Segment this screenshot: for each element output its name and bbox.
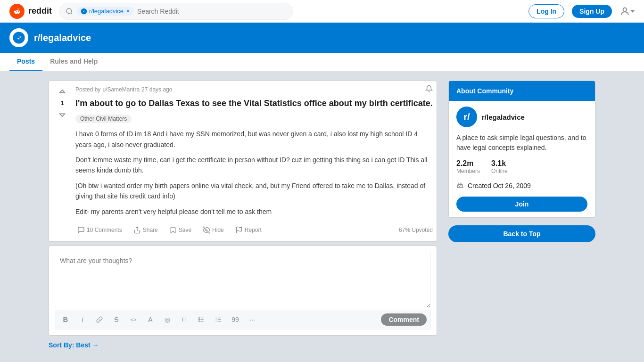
svg-point-14 — [198, 321, 199, 322]
hide-action[interactable]: Hide — [201, 224, 226, 236]
report-action[interactable]: Report — [233, 224, 264, 236]
post-title: I'm about to go to Dallas Texas to see t… — [75, 98, 433, 109]
post-paragraph-3: (Oh btw i wanted order my birth papers o… — [75, 181, 433, 202]
subreddit-banner-icon — [9, 28, 28, 47]
community-name: r/legaladvice — [482, 113, 525, 121]
svg-point-12 — [198, 318, 199, 319]
hide-label: Hide — [212, 227, 224, 233]
online-count: 3.1k — [491, 159, 508, 168]
toolbar-list-ul[interactable] — [195, 313, 208, 326]
cake-icon — [456, 181, 464, 190]
header: reddit r/legaladvice × Log In Sign Up — [0, 0, 644, 23]
upvote-icon — [58, 89, 66, 96]
post-meta: Posted by u/SameMantra 27 days ago — [75, 85, 433, 94]
community-info: r/ r/legaladvice — [456, 107, 587, 127]
community-description: A place to ask simple legal questions, a… — [456, 133, 587, 153]
join-button[interactable]: Join — [456, 197, 587, 212]
upvote-button[interactable] — [57, 87, 68, 98]
online-label: Online — [491, 168, 508, 174]
share-action[interactable]: Share — [132, 224, 160, 236]
post-paragraph-4: Edit- my parents aren't very helpful ple… — [75, 206, 433, 217]
subreddit-banner-name: r/legaladvice — [34, 33, 91, 43]
comment-toolbar: B i S <> A ◎ TT — [55, 310, 431, 329]
login-button[interactable]: Log In — [528, 4, 564, 18]
vote-column: 1 — [53, 85, 72, 238]
tab-posts[interactable]: Posts — [9, 53, 42, 71]
svg-point-5 — [13, 32, 25, 43]
report-label: Report — [245, 227, 262, 233]
members-count: 2.2m — [456, 159, 480, 168]
comments-icon — [77, 226, 85, 234]
created-row: Created Oct 26, 2009 — [456, 181, 587, 190]
bell-svg — [425, 85, 433, 92]
vote-count: 1 — [61, 100, 64, 107]
svg-line-2 — [71, 13, 72, 14]
reddit-logo[interactable]: reddit — [9, 4, 52, 19]
posted-by-label: Posted by — [75, 86, 100, 93]
save-label: Save — [179, 227, 191, 233]
notification-bell-icon[interactable] — [425, 85, 433, 94]
toolbar-blockquote[interactable]: 99 — [229, 313, 242, 326]
toolbar-spoiler[interactable]: ◎ — [161, 313, 174, 326]
toolbar-heading[interactable]: TT — [178, 313, 191, 326]
comment-textarea[interactable] — [55, 252, 431, 308]
members-stat: 2.2m Members — [456, 159, 480, 174]
share-label: Share — [143, 227, 158, 233]
sort-by[interactable]: Sort By: Best → — [49, 341, 437, 349]
back-to-top-button[interactable]: Back to Top — [448, 225, 595, 242]
community-card-header: About Community — [449, 81, 595, 101]
sidebar: About Community r/ r/legaladvice A place… — [448, 81, 595, 349]
sort-arrow: → — [92, 341, 99, 349]
submit-comment-button[interactable]: Comment — [381, 313, 427, 326]
downvote-icon — [58, 110, 66, 118]
downvote-button[interactable] — [57, 108, 68, 120]
search-input[interactable] — [137, 8, 287, 15]
created-text: Created Oct 26, 2009 — [468, 182, 531, 189]
toolbar-more[interactable]: ··· — [246, 313, 259, 326]
user-menu[interactable] — [619, 4, 635, 19]
post-area: 1 Posted by u/SameMantra 27 days ago — [49, 81, 437, 349]
search-bar[interactable]: r/legaladvice × — [59, 3, 293, 20]
stats-row: 2.2m Members 3.1k Online — [456, 159, 587, 174]
save-icon — [169, 226, 177, 234]
main-content: 1 Posted by u/SameMantra 27 days ago — [39, 71, 605, 358]
hide-icon — [203, 226, 210, 234]
search-tag: r/legaladvice × — [77, 7, 133, 16]
community-card: About Community r/ r/legaladvice A place… — [448, 81, 595, 218]
toolbar-italic[interactable]: i — [76, 313, 89, 326]
comments-action[interactable]: 10 Comments — [75, 224, 124, 236]
toolbar-superscript[interactable]: A — [144, 313, 157, 326]
cake-svg — [456, 181, 464, 189]
search-tag-close[interactable]: × — [126, 8, 130, 15]
post-time: 27 days ago — [141, 86, 172, 93]
post-author[interactable]: u/SameMantra — [102, 86, 140, 93]
comments-count: 10 Comments — [87, 227, 122, 233]
post-card: 1 Posted by u/SameMantra 27 days ago — [49, 81, 437, 242]
chevron-down-icon — [630, 9, 635, 14]
post-content: Posted by u/SameMantra 27 days ago I'm a… — [75, 85, 433, 238]
svg-point-3 — [81, 8, 87, 14]
post-paragraph-2: Don't lemme waste my time, can i get the… — [75, 155, 433, 176]
toolbar-strikethrough[interactable]: S — [110, 313, 123, 326]
post-flair[interactable]: Other Civil Matters — [75, 115, 132, 123]
subreddit-tag-icon — [81, 8, 87, 15]
signup-button[interactable]: Sign Up — [572, 5, 612, 18]
online-stat: 3.1k Online — [491, 159, 508, 174]
logo-text: reddit — [28, 6, 52, 16]
community-avatar: r/ — [456, 107, 477, 127]
sort-label: Sort By: Best — [49, 341, 91, 349]
subreddit-icon-svg — [12, 31, 25, 44]
tab-rules-and-help[interactable]: Rules and Help — [42, 53, 105, 71]
members-label: Members — [456, 168, 480, 174]
toolbar-list-ol[interactable]: 1 2 3 — [212, 313, 225, 326]
search-icon — [66, 8, 73, 15]
toolbar-link[interactable] — [93, 313, 106, 326]
save-action[interactable]: Save — [167, 224, 193, 236]
link-icon — [96, 316, 103, 323]
upvote-percentage: 67% Upvoted — [399, 227, 433, 233]
post-paragraph-1: I have 0 forms of ID im 18 And i have my… — [75, 129, 433, 150]
toolbar-bold[interactable]: B — [59, 313, 72, 326]
svg-point-1 — [66, 8, 72, 14]
svg-point-13 — [198, 319, 199, 320]
toolbar-code[interactable]: <> — [127, 313, 140, 326]
